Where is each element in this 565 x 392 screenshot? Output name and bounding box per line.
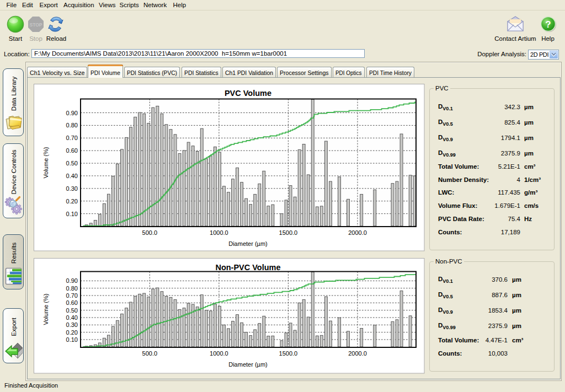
svg-text:500.0: 500.0	[142, 350, 157, 357]
svg-text:0.10: 0.10	[66, 336, 77, 343]
svg-text:?: ?	[545, 19, 551, 30]
svg-text:0.50: 0.50	[66, 307, 77, 314]
svg-text:0.20: 0.20	[66, 198, 77, 205]
svg-text:0.80: 0.80	[66, 122, 77, 128]
svg-text:0.40: 0.40	[66, 314, 77, 321]
svg-text:0.50: 0.50	[66, 160, 77, 167]
svg-text:0.80: 0.80	[66, 285, 77, 292]
svg-text:0.90: 0.90	[66, 277, 77, 284]
svg-text:0.60: 0.60	[66, 147, 77, 154]
svg-text:0.60: 0.60	[66, 299, 77, 306]
svg-text:Volume (%): Volume (%)	[42, 147, 49, 179]
svg-text:0.30: 0.30	[66, 185, 77, 192]
svg-text:Diameter (µm): Diameter (µm)	[228, 240, 268, 247]
svg-text:0.10: 0.10	[66, 211, 77, 217]
svg-text:1500.0: 1500.0	[279, 229, 297, 236]
svg-text:2000.0: 2000.0	[348, 350, 367, 357]
svg-text:0.20: 0.20	[66, 329, 77, 336]
svg-text:1000.0: 1000.0	[210, 229, 228, 236]
svg-text:0.70: 0.70	[66, 135, 77, 141]
svg-text:2000.0: 2000.0	[348, 229, 367, 236]
svg-text:500.0: 500.0	[142, 229, 157, 236]
svg-text:Diameter (µm): Diameter (µm)	[228, 361, 268, 368]
svg-text:PVC Volume: PVC Volume	[224, 89, 271, 98]
svg-text:Volume (%): Volume (%)	[42, 294, 49, 325]
svg-text:0.70: 0.70	[66, 292, 77, 299]
svg-text:0.40: 0.40	[66, 173, 77, 179]
svg-text:1500.0: 1500.0	[279, 350, 297, 357]
svg-text:Non-PVC Volume: Non-PVC Volume	[215, 263, 280, 272]
svg-text:STOP: STOP	[30, 22, 42, 28]
svg-text:0.90: 0.90	[66, 110, 77, 116]
svg-text:1000.0: 1000.0	[210, 350, 228, 357]
svg-text:0.30: 0.30	[66, 321, 77, 328]
